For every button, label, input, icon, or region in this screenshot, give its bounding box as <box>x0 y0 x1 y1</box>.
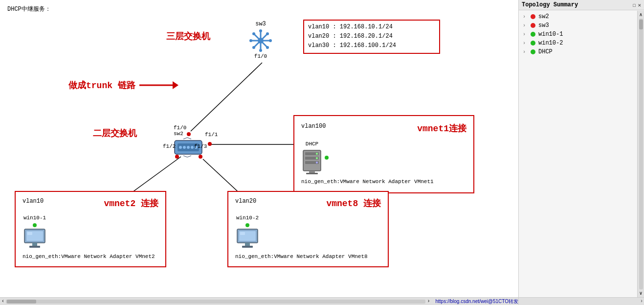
sw2-dot-f12 <box>175 155 179 159</box>
trunk-label: 做成trunk 链路 <box>68 79 178 91</box>
sidebar-v-thumb[interactable] <box>639 20 643 29</box>
sidebar-close-btn[interactable]: ✕ <box>638 2 641 8</box>
win10-1-computer-icon <box>22 228 47 250</box>
svg-rect-47 <box>245 243 250 246</box>
sw3-port-label: f1/0 <box>254 53 267 59</box>
svg-point-35 <box>316 157 318 159</box>
sw2-port-f13: f1/3 <box>194 143 207 149</box>
win10-2-vlan-label: vlan20 <box>235 197 256 206</box>
topology-tree: › sw2 › sw3 › win10-1 › win10-2 › DHCP <box>519 10 644 297</box>
sidebar-footer-arrow[interactable]: › <box>640 299 643 304</box>
status-dot-win10-1 <box>531 32 535 37</box>
dhcp-device[interactable]: DHCP <box>301 140 323 175</box>
chevron-win10-2: › <box>523 41 529 46</box>
chevron-dhcp: › <box>523 49 529 55</box>
trunk-text: 做成trunk 链路 <box>68 79 135 91</box>
svg-point-15 <box>252 46 255 49</box>
svg-point-11 <box>269 39 272 42</box>
status-dot-dhcp <box>531 49 535 54</box>
l3-switch-label: 三层交换机 <box>166 30 210 42</box>
h-scrollbar[interactable]: ‹ › https://blog.csdn.net/wei@51CTO转发 <box>0 297 518 305</box>
svg-point-14 <box>266 46 269 49</box>
chevron-sw3: › <box>523 23 529 28</box>
svg-line-0 <box>191 63 262 131</box>
svg-point-24 <box>191 146 194 149</box>
win10-1-conn-dot <box>33 223 37 227</box>
sidebar-item-sw2[interactable]: › sw2 <box>519 12 644 21</box>
sidebar-item-dhcp[interactable]: › DHCP <box>519 47 644 56</box>
sidebar-scroll-down-btn[interactable]: ∨ <box>639 290 642 296</box>
dhcp-vlan-label: vlan100 <box>301 122 326 131</box>
sw2-dot-f11 <box>208 142 212 146</box>
topology-sidebar: Topology Summary ☐ ✕ › sw2 › sw3 › win10… <box>518 0 644 305</box>
sw3-name-label: sw3 <box>255 21 266 27</box>
svg-rect-42 <box>32 243 37 246</box>
scroll-right-btn[interactable]: › <box>425 299 431 304</box>
svg-rect-48 <box>242 246 253 248</box>
vmnet2-label: vmnet2 连接 <box>104 197 158 211</box>
topology-canvas: DHCP中继服务： vlan10 : 192.168.10.1/24 vlan2… <box>0 0 518 305</box>
sidebar-label-win10-1: win10-1 <box>538 31 563 38</box>
svg-point-23 <box>187 146 190 149</box>
sw2-dot-f10 <box>187 132 191 136</box>
sw3-device[interactable]: sw3 f1/0 <box>248 21 273 59</box>
svg-marker-18 <box>173 81 178 89</box>
svg-point-8 <box>259 29 262 32</box>
svg-point-10 <box>249 39 252 42</box>
sw2-device[interactable]: f1/0 sw2 f1/2 f1/3 f1/1 <box>174 125 203 158</box>
dhcp-service-label: DHCP中继服务： <box>7 5 51 13</box>
sw2-dot-f13 <box>199 155 202 159</box>
svg-point-13 <box>266 32 269 35</box>
svg-rect-46 <box>240 232 245 235</box>
svg-point-22 <box>183 146 186 149</box>
vlan-info-line1: vlan10 : 192.168.10.1/24 <box>308 23 435 32</box>
svg-point-21 <box>179 146 182 149</box>
svg-line-26 <box>183 138 187 139</box>
svg-point-12 <box>252 32 255 35</box>
win10-2-device[interactable]: win10-2 <box>235 214 260 250</box>
l2-switch-label: 二层交换机 <box>93 127 137 139</box>
sidebar-label-sw2: sw2 <box>538 13 549 20</box>
svg-rect-43 <box>29 246 40 248</box>
sidebar-item-win10-1[interactable]: › win10-1 <box>519 30 644 39</box>
sw2-port-top-label: f1/0 <box>174 125 186 131</box>
sidebar-v-scrollbar[interactable]: ∧ ∨ <box>637 11 644 297</box>
vmnet8-label: vmnet8 连接 <box>326 197 381 211</box>
win10-1-vlan-label: vlan10 <box>22 197 44 206</box>
dhcp-conn-dot <box>325 156 329 160</box>
sidebar-pin-btn[interactable]: ☐ <box>633 2 636 8</box>
svg-rect-41 <box>27 232 32 235</box>
svg-point-16 <box>258 38 264 44</box>
sidebar-label-dhcp: DHCP <box>538 48 553 55</box>
status-dot-sw2 <box>531 14 535 19</box>
win10-2-name: win10-2 <box>236 214 259 223</box>
chevron-win10-1: › <box>523 32 529 37</box>
sidebar-item-win10-2[interactable]: › win10-2 <box>519 39 644 47</box>
scroll-left-btn[interactable]: ‹ <box>0 299 6 304</box>
vmnet1-label: vmnet1连接 <box>417 122 466 136</box>
win10-2-adapter-label: nio_gen_eth:VMware Network Adapter VMnet… <box>235 253 381 261</box>
svg-point-9 <box>259 49 262 52</box>
sw2-port-f12: f1/2 <box>163 143 176 149</box>
sidebar-label-win10-2: win10-2 <box>538 40 563 47</box>
vlan-info-line3: vlan30 : 192.168.100.1/24 <box>308 41 435 50</box>
win10-2-conn-dot <box>245 223 249 227</box>
sw2-port-f11: f1/1 <box>205 132 218 138</box>
chevron-sw2: › <box>523 14 529 20</box>
sidebar-scroll-up-btn[interactable]: ∧ <box>639 12 642 18</box>
svg-rect-37 <box>309 171 315 173</box>
win10-1-name: win10-1 <box>23 214 46 223</box>
dhcp-server-icon <box>301 149 323 175</box>
sidebar-item-sw3[interactable]: › sw3 <box>519 21 644 30</box>
vlan-info-box: vlan10 : 192.168.10.1/24 vlan20 : 192.16… <box>303 20 440 54</box>
vlan-info-line2: vlan20 : 192.168.20.1/24 <box>308 32 435 41</box>
footer-url: https://blog.csdn.net/wei@51CTO转发 <box>436 298 519 305</box>
h-scrollbar-thumb[interactable] <box>7 300 36 304</box>
win10-2-info-box: vlan20 vmnet8 连接 win10-2 nio_gen_eth:VMw… <box>227 191 389 267</box>
status-dot-win10-2 <box>531 41 535 46</box>
win10-1-device[interactable]: win10-1 <box>22 214 47 250</box>
svg-point-36 <box>316 162 318 164</box>
sidebar-title: Topology Summary <box>522 1 578 8</box>
dhcp-info-box: vlan100 vmnet1连接 DHCP <box>293 115 474 193</box>
svg-point-34 <box>316 153 318 155</box>
